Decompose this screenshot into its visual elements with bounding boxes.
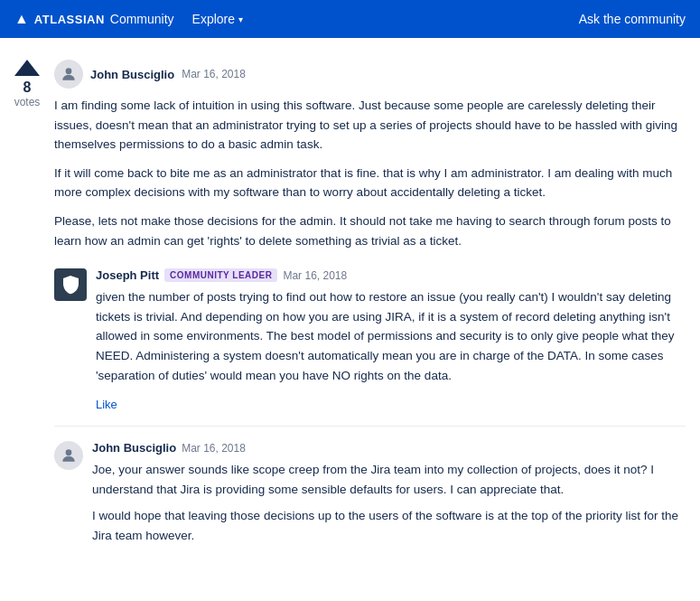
explore-menu[interactable]: Explore ▾ [192, 12, 243, 26]
reply-john2-body: Joe, your answer sounds like scope creep… [92, 460, 686, 545]
atlassian-logo-icon: ▲ [14, 11, 29, 27]
ask-community-button[interactable]: Ask the community [579, 12, 686, 26]
main-post-avatar [54, 60, 83, 89]
svg-point-0 [66, 68, 72, 74]
reply-john2: John Busciglio Mar 16, 2018 Joe, your an… [54, 441, 686, 552]
main-post-para-1: I am finding some lack of intuition in u… [54, 96, 686, 155]
reply-joseph-body: given the number of posts trying to find… [96, 287, 686, 385]
reply-john2-date: Mar 16, 2018 [182, 442, 246, 455]
main-post-para-3: Please, lets not make those decisions fo… [54, 211, 686, 250]
reply-john2-header: John Busciglio Mar 16, 2018 [92, 441, 686, 455]
person-icon [60, 65, 78, 83]
main-post-date: Mar 16, 2018 [182, 68, 246, 80]
john2-avatar [54, 441, 83, 470]
upvote-button[interactable] [14, 60, 40, 76]
vote-label: votes [14, 96, 41, 108]
navbar: ▲ ATLASSIAN Community Explore ▾ Ask the … [0, 0, 700, 38]
reply-joseph-content: Joseph Pitt COMMUNITY LEADER Mar 16, 201… [96, 268, 686, 411]
reply-joseph-date: Mar 16, 2018 [283, 269, 347, 282]
main-post-body: I am finding some lack of intuition in u… [54, 96, 686, 250]
joseph-avatar [54, 268, 87, 301]
vote-column: 8 votes [0, 52, 54, 575]
person-icon-2 [60, 446, 78, 465]
post-section: John Busciglio Mar 16, 2018 I am finding… [54, 52, 700, 575]
atlassian-logo: ▲ ATLASSIAN Community [14, 11, 174, 27]
reply-joseph-para: given the number of posts trying to find… [96, 287, 686, 385]
chevron-down-icon: ▾ [238, 14, 243, 24]
community-leader-badge: COMMUNITY LEADER [164, 268, 277, 282]
like-button[interactable]: Like [96, 398, 117, 411]
main-post-para-2: If it will come back to bite me as an ad… [54, 164, 686, 202]
explore-label: Explore [192, 12, 235, 26]
reply-joseph: Joseph Pitt COMMUNITY LEADER Mar 16, 201… [54, 268, 686, 411]
brand-community: Community [110, 12, 174, 26]
reply-john2-para-1: Joe, your answer sounds like scope creep… [92, 460, 686, 499]
brand-atlassian: ATLASSIAN [34, 13, 105, 26]
shield-icon [60, 274, 81, 296]
reply-john2-author: John Busciglio [92, 441, 176, 455]
svg-point-1 [66, 449, 72, 455]
vote-count: 8 [23, 80, 32, 96]
reply-joseph-author: Joseph Pitt [96, 268, 159, 282]
divider [54, 426, 686, 427]
replies-section: Joseph Pitt COMMUNITY LEADER Mar 16, 201… [54, 268, 686, 552]
main-content: 8 votes John Busciglio Mar 16, 2018 I am… [0, 38, 700, 589]
reply-joseph-header: Joseph Pitt COMMUNITY LEADER Mar 16, 201… [96, 268, 686, 282]
main-post-header: John Busciglio Mar 16, 2018 [54, 60, 686, 89]
reply-john2-content: John Busciglio Mar 16, 2018 Joe, your an… [92, 441, 686, 552]
reply-john2-para-2: I would hope that leaving those decision… [92, 506, 686, 545]
main-post-author: John Busciglio [90, 68, 174, 81]
